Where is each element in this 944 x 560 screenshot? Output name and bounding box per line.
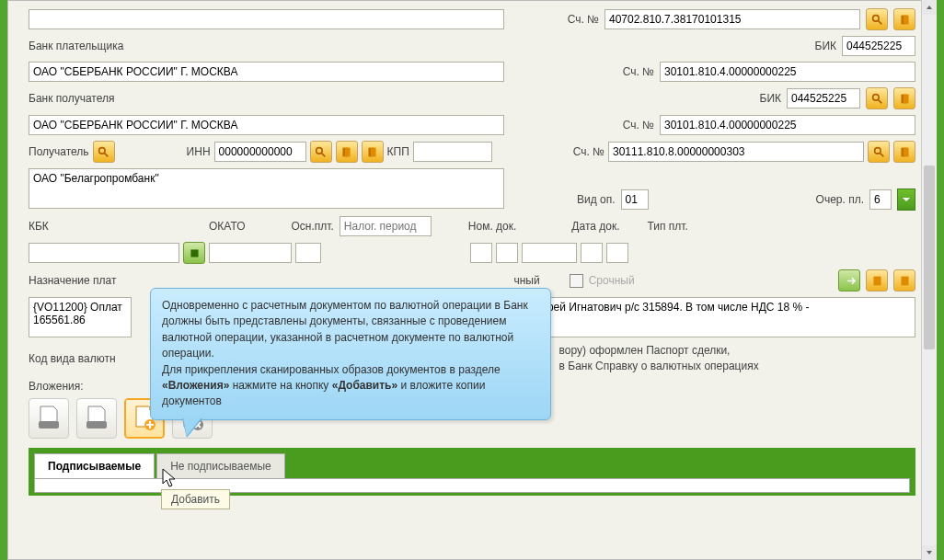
lookup-icon[interactable] — [93, 141, 115, 163]
bik-label-2: БИК — [760, 92, 782, 105]
svg-rect-23 — [39, 421, 59, 429]
svg-rect-20 — [190, 249, 198, 257]
acc-label-2: Сч. № — [623, 65, 654, 78]
clear-icon[interactable] — [893, 87, 915, 109]
tooltip-line2b: нажмите на кнопку — [229, 379, 331, 392]
svg-rect-24 — [86, 421, 107, 429]
lookup-icon[interactable] — [310, 141, 332, 163]
svg-rect-13 — [345, 147, 351, 156]
lookup-icon[interactable] — [868, 141, 890, 163]
kpp-input[interactable] — [413, 142, 492, 162]
attach-label: Вложения: — [29, 380, 84, 393]
scroll-up-icon[interactable] — [922, 0, 937, 15]
nom2-input[interactable] — [496, 243, 518, 263]
purpose-action1-icon[interactable] — [866, 269, 888, 291]
add-tooltip: Добавить — [161, 489, 230, 509]
svg-rect-21 — [873, 276, 881, 285]
inn-label: ИНН — [187, 145, 211, 158]
payee-bank-label: Банк получателя — [29, 92, 504, 105]
opt1-label: чный — [513, 274, 539, 287]
acc-label-3: Сч. № — [623, 119, 654, 131]
tooltip-line1: Одновременно с расчетным документом по в… — [162, 299, 528, 360]
opt2-label: Срочный — [589, 274, 635, 287]
type-label: Тип плт. — [648, 220, 688, 233]
purpose-add-icon[interactable] — [838, 269, 860, 291]
svg-line-5 — [878, 99, 881, 103]
clear-icon[interactable] — [893, 141, 915, 163]
svg-rect-22 — [901, 276, 908, 285]
svg-rect-7 — [903, 94, 908, 103]
kpp-label: КПП — [387, 145, 409, 158]
osn-input[interactable] — [295, 243, 321, 263]
clear-icon[interactable] — [893, 8, 915, 30]
svg-point-10 — [317, 147, 323, 154]
clear-icon[interactable] — [336, 141, 358, 163]
vidop-input[interactable] — [621, 189, 649, 210]
acc-label-1: Сч. № — [568, 13, 599, 26]
urgent-checkbox[interactable] — [570, 274, 583, 288]
svg-line-17 — [880, 153, 883, 156]
svg-point-0 — [872, 15, 879, 21]
tax-period-input[interactable] — [340, 216, 432, 236]
acc4-input[interactable] — [608, 142, 864, 162]
svg-line-9 — [104, 153, 108, 156]
payer-bank-label: Банк плательщика — [29, 40, 504, 52]
ocher-input[interactable] — [869, 189, 892, 210]
kbk-label: КБК — [29, 220, 80, 233]
kbk-input[interactable] — [29, 243, 179, 263]
tooltip-bold2: «Добавить» — [332, 379, 397, 392]
purpose-action2-icon[interactable] — [893, 269, 915, 291]
purpose-left-textarea[interactable] — [29, 297, 132, 337]
osn-label: Осн.плт. — [292, 220, 334, 233]
purpose-label: Назначение плат — [29, 274, 116, 287]
tab-signed[interactable]: Подписываемые — [34, 453, 155, 478]
payee-name-textarea[interactable] — [29, 168, 504, 209]
code-right-2: в Банк Справку о валютных операциях — [559, 359, 759, 374]
okato-label: ОКАТО — [209, 220, 246, 233]
help-tooltip: Одновременно с расчетным документом по в… — [150, 288, 551, 420]
ocher-label: Очер. пл. — [816, 193, 864, 206]
type-input[interactable] — [606, 243, 628, 263]
attach-save-button[interactable] — [76, 398, 117, 439]
payee-bank-input[interactable] — [29, 115, 504, 135]
code-right-1: вору) оформлен Паспорт сделки, — [559, 343, 759, 359]
svg-rect-15 — [371, 147, 376, 156]
vertical-scrollbar[interactable] — [921, 0, 937, 560]
svg-line-11 — [321, 153, 325, 156]
scrollbar-thumb[interactable] — [924, 166, 935, 349]
nom-label: Ном. док. — [468, 220, 517, 233]
inn-input[interactable] — [214, 142, 306, 162]
date-label: Дата док. — [571, 220, 619, 233]
svg-rect-19 — [903, 147, 908, 156]
acc-label-4: Сч. № — [573, 145, 604, 158]
bik1-input[interactable] — [842, 36, 915, 56]
bik-label-1: БИК — [815, 40, 837, 52]
lookup-icon[interactable] — [866, 8, 888, 30]
kbk-action-icon[interactable] — [183, 242, 205, 264]
vidop-label: Вид оп. — [577, 193, 616, 206]
svg-point-4 — [872, 94, 879, 100]
purpose-right-textarea[interactable] — [534, 297, 915, 337]
svg-point-8 — [99, 147, 106, 154]
attach-print-button[interactable] — [29, 398, 69, 439]
acc2-input[interactable] — [660, 62, 915, 82]
date-part2[interactable] — [581, 243, 603, 263]
svg-rect-3 — [903, 15, 908, 24]
code-label: Код вида валютн — [29, 352, 116, 365]
address-truncated[interactable] — [29, 9, 504, 29]
acc3-input[interactable] — [660, 115, 915, 135]
ocher-dropdown[interactable] — [897, 189, 915, 211]
date-part1[interactable] — [522, 243, 577, 263]
nom1-input[interactable] — [470, 243, 492, 263]
scroll-down-icon[interactable] — [922, 545, 937, 560]
lookup-icon[interactable] — [866, 87, 888, 109]
bik2-input[interactable] — [787, 88, 860, 109]
okato-input[interactable] — [209, 243, 292, 263]
svg-line-1 — [878, 20, 881, 24]
clear-icon[interactable] — [362, 141, 384, 163]
acc1-input[interactable] — [604, 9, 860, 29]
payee-label: Получатель — [29, 145, 89, 158]
mouse-cursor — [162, 468, 178, 490]
svg-point-16 — [874, 147, 881, 154]
payer-bank-input[interactable] — [29, 62, 504, 82]
